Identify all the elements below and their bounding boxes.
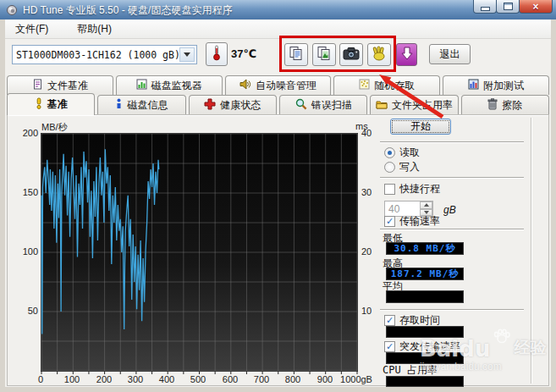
max-value: 187.2 MB/秒 <box>391 268 460 280</box>
x-tick: 800 <box>276 374 310 384</box>
tab-label: 基准 <box>47 97 68 112</box>
y-axis-left-label: MB/秒 <box>41 121 68 134</box>
tab-health[interactable]: 健康状态 <box>189 95 277 115</box>
screenshot-button[interactable] <box>339 43 363 66</box>
results-button[interactable] <box>396 43 417 66</box>
drive-select-arrow[interactable] <box>179 47 195 62</box>
transfer-rate-checkbox[interactable]: ✓ <box>384 216 395 227</box>
burst-rate-checkbox[interactable]: ✓ <box>384 341 395 352</box>
tab-disk-info[interactable]: 磁盘信息 <box>97 95 185 115</box>
tab-label: 自动噪音管理 <box>256 79 317 93</box>
x-tick: 700 <box>245 374 278 384</box>
thermometer-icon <box>212 44 222 64</box>
access-time-checkbox[interactable]: ✓ <box>384 315 395 326</box>
close-button[interactable]: × <box>519 0 553 14</box>
benchmark-curve <box>41 134 357 374</box>
tab-benchmark[interactable]: 基准 <box>7 93 95 115</box>
app-icon <box>6 3 19 19</box>
short-stroke-unit: gB <box>443 204 456 216</box>
tab-label: 磁盘监视器 <box>151 79 202 93</box>
tab-label: 随机存取 <box>374 79 415 93</box>
read-radio[interactable] <box>384 147 395 158</box>
copy-text-icon <box>289 46 304 64</box>
x-tick: 200 <box>87 374 121 384</box>
tab-extra-tests[interactable]: 附加测试 <box>443 75 549 95</box>
separator <box>380 229 524 229</box>
short-stroke-row[interactable]: 快捷行程 <box>384 182 440 196</box>
tab-error-scan[interactable]: 错误扫描 <box>279 95 367 115</box>
error-scan-icon <box>295 98 307 113</box>
start-button[interactable]: 开始 <box>390 119 451 135</box>
start-button-label: 开始 <box>410 119 431 134</box>
tab-file-benchmark[interactable]: 文件基准 <box>7 75 113 95</box>
write-radio-row[interactable]: 写入 <box>384 160 420 174</box>
tab-label: 磁盘信息 <box>127 98 168 113</box>
panel-divider <box>531 118 531 384</box>
y-tick-left: 100 <box>17 246 38 257</box>
exit-button[interactable]: 退出 <box>429 44 471 64</box>
exit-button-label: 退出 <box>440 47 460 62</box>
temperature-button[interactable] <box>206 42 228 66</box>
x-tick: 300 <box>118 374 152 384</box>
access-time-display <box>386 326 464 338</box>
read-radio-row[interactable]: 读取 <box>384 146 420 160</box>
chevron-up-icon <box>424 203 429 207</box>
min-value: 30.8 MB/秒 <box>394 242 456 255</box>
temperature-value: 37℃ <box>231 47 256 60</box>
x-tick: 100 <box>55 374 89 384</box>
window-title: HD Tune 专业版 5.50 - 硬盘/固态硬盘实用程序 <box>23 3 232 18</box>
benchmark-plot <box>41 133 358 372</box>
copy-text-button[interactable] <box>284 43 308 66</box>
tab-label: 附加测试 <box>483 79 524 93</box>
health-icon <box>204 98 216 113</box>
cpu-usage-display <box>386 376 464 387</box>
tab-strip-bottom: 基准 磁盘信息 健康状态 错误扫描 文件夹占用率 擦除 <box>7 95 549 115</box>
copy-image-button[interactable] <box>312 43 336 66</box>
separator <box>380 309 524 310</box>
spinner-up-button[interactable] <box>420 202 432 209</box>
tab-label: 文件基准 <box>47 79 88 93</box>
x-tick: 400 <box>150 374 184 384</box>
title-bar[interactable]: HD Tune 专业版 5.50 - 硬盘/固态硬盘实用程序 × <box>0 0 556 19</box>
x-tick: 0 <box>24 374 58 384</box>
noise-management-icon <box>239 79 251 92</box>
tab-erase[interactable]: 擦除 <box>461 95 549 115</box>
erase-icon <box>487 98 498 113</box>
write-radio[interactable] <box>384 162 395 173</box>
benchmark-icon <box>35 97 43 112</box>
tab-strip-top: 文件基准 磁盘监视器 自动噪音管理 随机存取 附加测试 <box>7 75 549 95</box>
tab-label: 擦除 <box>502 98 522 113</box>
spindown-button[interactable] <box>367 43 391 66</box>
maximize-button[interactable] <box>496 0 520 14</box>
drive-select-value: ST1000DM003-1CH162 (1000 gB) <box>13 49 180 61</box>
folder-usage-icon <box>376 99 388 112</box>
y-tick-left: 50 <box>17 306 38 316</box>
tab-label: 健康状态 <box>220 98 261 113</box>
read-radio-label: 读取 <box>399 146 420 160</box>
tab-auto-acoustic[interactable]: 自动噪音管理 <box>225 75 332 95</box>
extra-tests-icon <box>468 79 479 92</box>
tab-random-access[interactable]: 随机存取 <box>333 75 440 95</box>
tab-folder-usage[interactable]: 文件夹占用率 <box>370 95 458 115</box>
chevron-down-icon <box>184 52 190 57</box>
avg-value-display <box>386 290 464 303</box>
random-access-icon <box>359 79 370 92</box>
separator <box>380 177 524 178</box>
drive-select[interactable]: ST1000DM003-1CH162 (1000 gB) <box>12 45 197 64</box>
y-tick-right: 20 <box>361 246 372 257</box>
transfer-rate-row[interactable]: ✓ 传输速率 <box>384 214 440 229</box>
short-stroke-checkbox[interactable] <box>384 184 395 195</box>
minimize-button[interactable] <box>473 0 497 14</box>
y-tick-right: 30 <box>361 187 372 197</box>
write-radio-label: 写入 <box>399 160 420 174</box>
screenshot-icon <box>343 47 360 63</box>
tab-label: 错误扫描 <box>311 98 352 113</box>
y-tick-left: 200 <box>17 128 38 138</box>
minimize-icon <box>481 7 490 11</box>
disk-monitor-icon <box>136 79 147 92</box>
menu-file[interactable]: 文件(F) <box>12 20 52 38</box>
transfer-rate-label: 传输速率 <box>399 214 440 229</box>
file-benchmark-icon <box>32 79 43 92</box>
menu-help[interactable]: 帮助(H) <box>74 20 115 38</box>
tab-disk-monitor[interactable]: 磁盘监视器 <box>116 75 223 95</box>
